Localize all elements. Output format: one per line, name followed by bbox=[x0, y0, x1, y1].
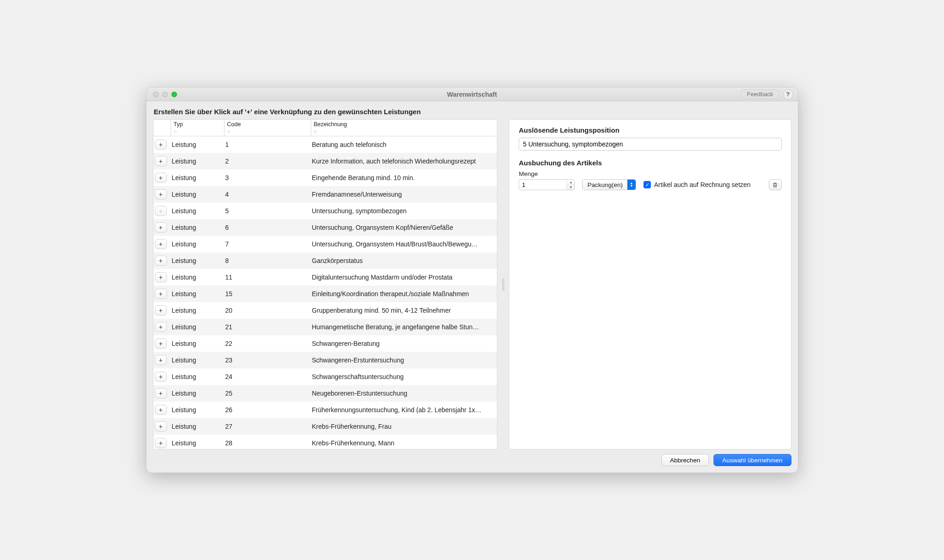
table-row[interactable]: +Leistung21Humangenetische Beratung, je … bbox=[153, 319, 497, 335]
filter-code-input[interactable] bbox=[226, 128, 309, 134]
table-row[interactable]: +Leistung1Beratung auch telefonisch bbox=[153, 136, 497, 153]
help-button[interactable]: ? bbox=[783, 89, 793, 99]
table-row[interactable]: +Leistung27Krebs-Früherkennung, Frau bbox=[153, 418, 497, 435]
table-row[interactable]: +Leistung25Neugeborenen-Erstuntersuchung bbox=[153, 385, 497, 402]
cell-code: 8 bbox=[224, 257, 311, 264]
cell-typ: Leistung bbox=[171, 290, 224, 298]
detail-panel: Auslösende Leistungsposition Ausbuchung … bbox=[509, 119, 791, 449]
services-table: Typ Code Bezeichnung +Leistung1Beratung … bbox=[153, 119, 497, 449]
add-button[interactable]: + bbox=[155, 322, 167, 332]
delete-button[interactable] bbox=[769, 179, 782, 190]
add-button[interactable]: + bbox=[155, 239, 167, 249]
table-row[interactable]: +Leistung5Untersuchung, symptombezogen bbox=[153, 203, 497, 219]
add-button[interactable]: + bbox=[155, 372, 167, 382]
add-button[interactable]: + bbox=[155, 156, 167, 166]
chevron-down-icon[interactable]: ▼ bbox=[567, 185, 574, 190]
cell-code: 25 bbox=[224, 390, 311, 397]
cell-bezeichnung: Gruppenberatung mind. 50 min, 4-12 Teiln… bbox=[311, 307, 497, 314]
cell-bezeichnung: Schwangeren-Erstuntersuchung bbox=[311, 356, 497, 364]
add-button[interactable]: + bbox=[155, 438, 167, 448]
add-button[interactable]: + bbox=[155, 256, 167, 266]
filter-typ-input[interactable] bbox=[173, 128, 222, 134]
invoice-checkbox[interactable]: ✓ Artikel auch auf Rechnung setzen bbox=[643, 181, 750, 188]
trigger-value-field[interactable] bbox=[519, 138, 781, 151]
table-row[interactable]: +Leistung15Einleitung/Koordination thera… bbox=[153, 286, 497, 302]
col-code-header[interactable]: Code bbox=[224, 120, 311, 136]
feedback-button[interactable]: Feedback bbox=[741, 89, 779, 99]
table-body[interactable]: +Leistung1Beratung auch telefonisch+Leis… bbox=[153, 136, 497, 449]
add-button[interactable]: + bbox=[155, 338, 167, 349]
select-caret-icon: ▲▼ bbox=[627, 180, 636, 190]
add-button[interactable]: + bbox=[155, 305, 167, 315]
add-button[interactable]: + bbox=[155, 421, 167, 432]
cell-bezeichnung: Digitaluntersuchung Mastdarm und/oder Pr… bbox=[311, 274, 497, 281]
add-button[interactable]: + bbox=[155, 405, 167, 415]
window: Warenwirtschaft Feedback ? Erstellen Sie… bbox=[146, 87, 798, 473]
cell-code: 4 bbox=[224, 191, 311, 198]
table-row[interactable]: +Leistung7Untersuchung, Organsystem Haut… bbox=[153, 236, 497, 252]
apply-button[interactable]: Auswahl übernehmen bbox=[714, 454, 791, 466]
table-row[interactable]: +Leistung20Gruppenberatung mind. 50 min,… bbox=[153, 302, 497, 319]
table-row[interactable]: +Leistung24Schwangerschaftsuntersuchung bbox=[153, 368, 497, 385]
check-icon: ✓ bbox=[643, 181, 651, 188]
table-row[interactable]: +Leistung22Schwangeren-Beratung bbox=[153, 335, 497, 352]
add-button[interactable]: + bbox=[155, 140, 167, 150]
add-button[interactable]: + bbox=[155, 189, 167, 199]
titlebar: Warenwirtschaft Feedback ? bbox=[147, 88, 798, 101]
cell-bezeichnung: Ganzkörperstatus bbox=[311, 257, 497, 264]
add-button[interactable]: + bbox=[155, 272, 167, 282]
splitter[interactable] bbox=[502, 119, 505, 449]
traffic-lights bbox=[147, 92, 177, 97]
table-header: Typ Code Bezeichnung bbox=[153, 120, 497, 136]
cell-typ: Leistung bbox=[171, 141, 224, 148]
cell-code: 20 bbox=[224, 307, 311, 314]
add-button[interactable]: + bbox=[155, 222, 167, 233]
table-row[interactable]: +Leistung8Ganzkörperstatus bbox=[153, 252, 497, 269]
cell-code: 21 bbox=[224, 323, 311, 331]
cell-bezeichnung: Schwangerschaftsuntersuchung bbox=[311, 373, 497, 380]
cell-typ: Leistung bbox=[171, 307, 224, 314]
add-button[interactable]: + bbox=[155, 289, 167, 299]
table-row[interactable]: +Leistung6Untersuchung, Organsystem Kopf… bbox=[153, 219, 497, 236]
cell-code: 28 bbox=[224, 439, 311, 447]
zoom-icon[interactable] bbox=[171, 92, 177, 97]
col-bez-header[interactable]: Bezeichnung bbox=[311, 120, 497, 136]
unit-select[interactable]: Packung(en) ▲▼ bbox=[582, 179, 636, 190]
add-button[interactable]: + bbox=[155, 173, 167, 183]
cancel-button[interactable]: Abbrechen bbox=[661, 454, 709, 466]
footer: Abbrechen Auswahl übernehmen bbox=[147, 449, 798, 472]
table-row[interactable]: +Leistung11Digitaluntersuchung Mastdarm … bbox=[153, 269, 497, 286]
chevron-up-icon[interactable]: ▲ bbox=[567, 180, 574, 185]
cell-bezeichnung: Fremdanamnese/Unterweisung bbox=[311, 191, 497, 198]
cell-typ: Leistung bbox=[171, 240, 224, 248]
trigger-label: Auslösende Leistungsposition bbox=[519, 126, 781, 134]
cell-code: 23 bbox=[224, 356, 311, 364]
minimize-icon[interactable] bbox=[162, 92, 168, 97]
table-row[interactable]: +Leistung2Kurze Information, auch telefo… bbox=[153, 153, 497, 169]
table-row[interactable]: +Leistung26Früherkennungsuntersuchung, K… bbox=[153, 402, 497, 418]
cell-typ: Leistung bbox=[171, 274, 224, 281]
add-button: + bbox=[155, 206, 167, 216]
table-row[interactable]: +Leistung28Krebs-Früherkennung, Mann bbox=[153, 435, 497, 449]
table-row[interactable]: +Leistung23Schwangeren-Erstuntersuchung bbox=[153, 352, 497, 368]
cell-typ: Leistung bbox=[171, 373, 224, 380]
table-row[interactable]: +Leistung4Fremdanamnese/Unterweisung bbox=[153, 186, 497, 203]
cell-typ: Leistung bbox=[171, 423, 224, 430]
cell-typ: Leistung bbox=[171, 356, 224, 364]
stepper-arrows[interactable]: ▲ ▼ bbox=[566, 179, 575, 190]
filter-bez-input[interactable] bbox=[313, 128, 495, 134]
trash-icon bbox=[772, 182, 778, 188]
cell-bezeichnung: Untersuchung, symptombezogen bbox=[311, 207, 497, 215]
quantity-stepper[interactable]: ▲ ▼ bbox=[519, 179, 575, 190]
close-icon[interactable] bbox=[153, 92, 159, 97]
add-button[interactable]: + bbox=[155, 388, 167, 398]
quantity-input[interactable] bbox=[519, 179, 566, 190]
unit-value: Packung(en) bbox=[587, 181, 623, 188]
cell-code: 27 bbox=[224, 423, 311, 430]
invoice-checkbox-label: Artikel auch auf Rechnung setzen bbox=[654, 181, 750, 188]
cell-bezeichnung: Eingehende Beratung mind. 10 min. bbox=[311, 174, 497, 181]
col-typ-header[interactable]: Typ bbox=[171, 120, 224, 136]
table-row[interactable]: +Leistung3Eingehende Beratung mind. 10 m… bbox=[153, 169, 497, 186]
add-button[interactable]: + bbox=[155, 355, 167, 365]
cell-typ: Leistung bbox=[171, 323, 224, 331]
